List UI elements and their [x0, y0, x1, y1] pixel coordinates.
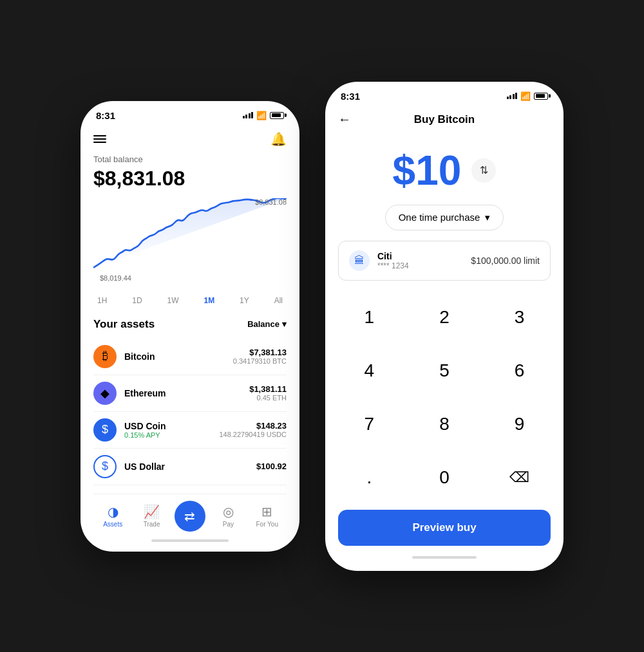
asset-row-ethereum[interactable]: ◆ Ethereum $1,381.11 0.45 ETH — [93, 375, 287, 412]
ethereum-icon: ◆ — [93, 382, 117, 405]
account-number: **** 1234 — [377, 261, 463, 270]
assets-header: Your assets Balance ▾ — [93, 318, 287, 331]
bitcoin-usd: $7,381.13 — [233, 348, 287, 357]
purchase-type-label: One time purchase — [399, 212, 480, 223]
nav-foryou-label: For You — [256, 521, 278, 528]
usdcoin-crypto: 148.22790419 USDC — [219, 431, 287, 438]
ethereum-usd: $1,381.11 — [249, 384, 287, 394]
key-4[interactable]: 4 — [332, 344, 407, 398]
payment-limit: $100,000.00 limit — [471, 256, 540, 266]
preview-buy-button[interactable]: Preview buy — [338, 510, 551, 546]
key-3[interactable]: 3 — [482, 291, 557, 344]
buy-header: ← Buy Bitcoin — [325, 107, 564, 134]
key-1[interactable]: 1 — [332, 291, 407, 344]
usdcoin-usd: $148.23 — [219, 421, 287, 431]
bitcoin-icon: ₿ — [93, 345, 117, 368]
usdollar-name: US Dollar — [124, 461, 256, 472]
total-balance-value: $8,831.08 — [93, 167, 287, 191]
time-filters: 1H 1D 1W 1M 1Y All — [93, 293, 287, 308]
amount-value: $10 — [393, 147, 462, 194]
asset-row-usdollar[interactable]: $ US Dollar $100.92 — [93, 449, 287, 485]
swap-currency-button[interactable]: ⇅ — [471, 158, 496, 183]
filter-all[interactable]: All — [270, 293, 287, 308]
bottom-nav: ◑ Assets 📈 Trade ⇄ ◎ Pay ⊞ For You — [93, 494, 287, 536]
asset-row-bitcoin[interactable]: ₿ Bitcoin $7,381.13 0.34179310 BTC — [93, 339, 287, 375]
price-chart: $8,831.08 $8,019.44 — [93, 198, 287, 288]
trade-nav-icon: 📈 — [144, 504, 160, 519]
nav-trade-label: Trade — [144, 521, 160, 528]
bank-icon: 🏛 — [349, 250, 370, 271]
nav-assets[interactable]: ◑ Assets — [97, 504, 129, 528]
amount-display: $10 ⇅ — [325, 134, 564, 205]
key-0[interactable]: 0 — [407, 451, 482, 505]
assets-title: Your assets — [93, 318, 155, 331]
bitcoin-crypto: 0.34179310 BTC — [233, 357, 287, 365]
total-balance-label: Total balance — [93, 154, 287, 164]
chart-max-label: $8,831.08 — [255, 198, 287, 206]
ethereum-crypto: 0.45 ETH — [249, 394, 287, 402]
key-7[interactable]: 7 — [332, 398, 407, 451]
home-indicator-right — [412, 556, 477, 559]
buy-title: Buy Bitcoin — [414, 113, 475, 126]
wifi-icon-right: 📶 — [520, 91, 531, 101]
status-bar-right: 8:31 📶 — [325, 82, 564, 107]
nav-pay-label: Pay — [223, 521, 234, 528]
left-phone-content: 🔔 Total balance $8,831.08 $8,831.08 — [80, 126, 299, 545]
status-bar-left: 8:31 📶 — [80, 101, 299, 126]
usdcoin-icon: $ — [93, 418, 117, 442]
usdollar-usd: $100.92 — [256, 461, 287, 471]
bitcoin-name: Bitcoin — [124, 351, 233, 362]
purchase-type-button[interactable]: One time purchase ▾ — [385, 205, 504, 230]
top-nav: 🔔 — [93, 126, 287, 154]
key-2[interactable]: 2 — [407, 291, 482, 344]
usdcoin-apy: 0.15% APY — [124, 431, 219, 439]
key-dot[interactable]: . — [332, 451, 407, 505]
left-phone: 8:31 📶 🔔 — [80, 101, 299, 552]
nav-center-button[interactable]: ⇄ — [175, 501, 205, 532]
filter-1h[interactable]: 1H — [93, 293, 111, 308]
usdollar-icon: $ — [93, 455, 117, 478]
back-button[interactable]: ← — [338, 112, 351, 127]
battery-icon-right — [534, 93, 548, 100]
time-left: 8:31 — [96, 110, 115, 121]
key-9[interactable]: 9 — [482, 398, 557, 451]
usdcoin-name: USD Coin — [124, 421, 219, 431]
chart-min-label: $8,019.44 — [100, 274, 131, 282]
numpad: 1 2 3 4 5 6 7 8 9 . 0 ⌫ — [325, 291, 564, 505]
asset-row-usdcoin[interactable]: $ USD Coin 0.15% APY $148.23 148.2279041… — [93, 412, 287, 449]
right-phone-content: ← Buy Bitcoin $10 ⇅ One time purchase ▾ … — [325, 107, 564, 564]
time-right: 8:31 — [341, 91, 360, 102]
signal-icon — [243, 112, 254, 118]
nav-foryou[interactable]: ⊞ For You — [251, 504, 283, 528]
nav-trade[interactable]: 📈 Trade — [136, 504, 168, 528]
bank-name: Citi — [377, 251, 463, 261]
nav-assets-label: Assets — [103, 521, 122, 528]
filter-1m[interactable]: 1M — [200, 293, 218, 308]
filter-1w[interactable]: 1W — [164, 293, 183, 308]
status-icons-left: 📶 — [243, 111, 285, 120]
nav-pay[interactable]: ◎ Pay — [212, 504, 244, 528]
status-icons-right: 📶 — [507, 91, 549, 101]
filter-1y[interactable]: 1Y — [236, 293, 253, 308]
key-5[interactable]: 5 — [407, 344, 482, 398]
payment-method-card[interactable]: 🏛 Citi **** 1234 $100,000.00 limit — [338, 241, 551, 281]
battery-icon — [270, 112, 284, 119]
right-phone: 8:31 📶 ← Buy Bitcoin — [325, 82, 564, 571]
pay-nav-icon: ◎ — [223, 504, 234, 519]
filter-1d[interactable]: 1D — [128, 293, 146, 308]
foryou-nav-icon: ⊞ — [261, 504, 272, 519]
wifi-icon: 📶 — [256, 111, 267, 120]
key-8[interactable]: 8 — [407, 398, 482, 451]
purchase-type-row: One time purchase ▾ — [325, 205, 564, 230]
swap-nav-icon: ⇄ — [184, 508, 195, 524]
ethereum-name: Ethereum — [124, 388, 249, 398]
assets-nav-icon: ◑ — [108, 504, 118, 519]
key-backspace[interactable]: ⌫ — [482, 451, 557, 505]
key-6[interactable]: 6 — [482, 344, 557, 398]
home-indicator-left — [151, 539, 229, 542]
menu-button[interactable] — [93, 135, 106, 143]
notification-bell-icon[interactable]: 🔔 — [270, 131, 287, 147]
signal-icon-right — [507, 93, 518, 99]
purchase-type-chevron-icon: ▾ — [485, 212, 490, 223]
balance-sort-button[interactable]: Balance ▾ — [247, 319, 287, 329]
